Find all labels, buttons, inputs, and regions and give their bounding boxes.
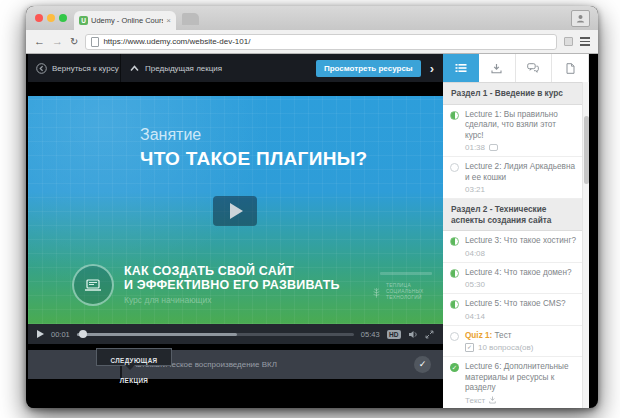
seek-bar[interactable]	[77, 333, 354, 336]
browser-tab[interactable]: U Udemy - Online Courses fr ×	[74, 11, 176, 30]
document-icon	[566, 63, 575, 74]
list-item-lecture5[interactable]: Lecture 5: Что такое CMS? 04:14	[443, 294, 589, 326]
scrollbar-thumb[interactable]	[584, 116, 589, 184]
bookmark-icon[interactable]	[564, 37, 573, 46]
course-toolbar: Вернуться к курсу Предыдущая лекция Прос…	[28, 54, 443, 82]
checkbox-icon	[465, 343, 474, 352]
progress-half-icon	[450, 111, 459, 120]
comment-icon	[489, 144, 498, 151]
video-controls: 00:01 05:43 HD	[28, 324, 443, 344]
video-title: ЧТО ТАКОЕ ПЛАГИНЫ?	[140, 148, 367, 170]
progress-empty-icon	[450, 332, 459, 341]
producer-watermark: ТЕПЛИЦА СОЦИАЛЬНЫХ ТЕХНОЛОГИЙ	[372, 272, 438, 301]
list-item-lecture4[interactable]: Lecture 4: Что такое домен? 05:30	[443, 263, 589, 295]
autoplay-toggle[interactable]	[414, 356, 431, 373]
download-small-icon	[489, 396, 496, 404]
volume-icon[interactable]	[408, 330, 418, 339]
previous-lecture-button[interactable]: Предыдущая лекция	[121, 64, 222, 73]
tab-close-icon[interactable]: ×	[166, 17, 171, 25]
duration: 05:43	[361, 330, 380, 339]
watermark-caption	[380, 272, 432, 275]
quiz-label: Quiz 1:	[465, 331, 492, 340]
seek-handle[interactable]	[79, 330, 87, 338]
minimize-window-button[interactable]	[47, 14, 55, 22]
video-player: Занятие ЧТО ТАКОЕ ПЛАГИНЫ? КАК СОЗДАТЬ С…	[28, 82, 443, 408]
sidebar-scrollbar[interactable]	[582, 82, 589, 408]
play-button[interactable]	[213, 196, 257, 226]
video-frame[interactable]: Занятие ЧТО ТАКОЕ ПЛАГИНЫ? КАК СОЗДАТЬ С…	[28, 96, 443, 324]
refresh-icon[interactable]: ↻	[70, 36, 78, 47]
list-item-lecture6[interactable]: Lecture 6: Дополнительные материалы и ре…	[443, 357, 589, 408]
next-lecture-chevron-icon[interactable]: ›	[421, 61, 443, 76]
laptop-icon	[72, 264, 114, 306]
back-circle-icon	[36, 63, 47, 74]
play-icon	[230, 203, 243, 219]
progress-done-icon	[450, 363, 459, 372]
tab-title: Udemy - Online Courses fr	[91, 16, 163, 25]
person-icon	[576, 14, 585, 23]
tab-curriculum[interactable]	[443, 54, 479, 82]
section-header: Раздел 2 - Технические аспекты создания …	[443, 199, 589, 231]
banner-line2: И ЭФФЕКТИВНО ЕГО РАЗВИВАТЬ	[124, 278, 340, 292]
view-resources-button[interactable]: Просмотреть ресурсы	[316, 60, 421, 77]
sidebar-tabs	[443, 54, 589, 83]
progress-half-icon	[450, 269, 459, 278]
curriculum-sidebar: Раздел 1 - Введение в курс Lecture 1: Вы…	[443, 54, 589, 408]
back-to-course-button[interactable]: Вернуться к курсу	[28, 54, 121, 82]
tab-notes[interactable]	[552, 54, 589, 82]
browser-window: U Udemy - Online Courses fr × ← → ↻ http…	[26, 6, 598, 408]
profile-button[interactable]	[571, 10, 590, 27]
list-icon	[455, 63, 467, 73]
url-text: https://www.udemy.com/website-dev-101/	[103, 37, 250, 46]
progress-half-icon	[450, 300, 459, 309]
current-time: 00:01	[51, 330, 70, 339]
hd-badge[interactable]: HD	[387, 330, 401, 339]
tab-discussions[interactable]	[516, 54, 553, 82]
new-tab-button[interactable]	[182, 13, 199, 25]
autoplay-bar: Автоматическое воспроизведение ВКЛ	[28, 350, 443, 379]
section-header: Раздел 1 - Введение в курс	[443, 83, 589, 105]
watermark-line1: ТЕПЛИЦА СОЦИАЛЬНЫХ	[386, 283, 438, 295]
progress-empty-icon	[450, 163, 459, 172]
back-icon[interactable]: ←	[34, 36, 45, 47]
watermark-line2: ТЕХНОЛОГИЙ	[386, 295, 438, 301]
controls-play-icon[interactable]	[37, 330, 44, 338]
forward-icon[interactable]: →	[52, 36, 63, 47]
tree-logo-icon	[372, 285, 381, 300]
course-banner: КАК СОЗДАТЬ СВОЙ САЙТ И ЭФФЕКТИВНО ЕГО Р…	[72, 264, 340, 306]
list-item-quiz1[interactable]: Quiz 1: Тест 10 вопроса(ов)	[443, 326, 589, 358]
video-kicker: Занятие	[140, 126, 201, 144]
udemy-favicon-icon: U	[79, 16, 88, 25]
chat-icon	[527, 63, 539, 73]
page-icon	[91, 37, 99, 47]
banner-line1: КАК СОЗДАТЬ СВОЙ САЙТ	[124, 264, 340, 278]
back-to-course-label: Вернуться к курсу	[52, 64, 119, 73]
browser-address-bar: ← → ↻ https://www.udemy.com/website-dev-…	[26, 30, 598, 54]
url-field[interactable]: https://www.udemy.com/website-dev-101/	[85, 34, 557, 50]
next-lecture-tooltip: СЛЕДУЮЩАЯ ЛЕКЦИЯ	[96, 348, 172, 366]
browser-tab-strip: U Udemy - Online Courses fr ×	[26, 6, 598, 30]
banner-subtitle: Курс для начинающих	[124, 295, 340, 305]
progress-half-icon	[450, 237, 459, 246]
tab-downloads[interactable]	[479, 54, 516, 82]
previous-lecture-label: Предыдущая лекция	[145, 64, 222, 73]
fullscreen-icon[interactable]	[425, 330, 434, 339]
close-window-button[interactable]	[35, 14, 43, 22]
zoom-window-button[interactable]	[59, 14, 67, 22]
list-item-lecture1[interactable]: Lecture 1: Вы правильно сделали, что взя…	[443, 105, 589, 158]
list-item-lecture3[interactable]: Lecture 3: Что такое хостинг? 04:08	[443, 231, 589, 263]
menu-icon[interactable]	[580, 37, 590, 46]
buffered-bar	[77, 333, 238, 336]
download-icon	[491, 63, 502, 74]
list-item-lecture2[interactable]: Lecture 2: Лидия Аркадьевна и ее кошки 0…	[443, 157, 589, 199]
chevron-up-icon	[130, 65, 139, 72]
